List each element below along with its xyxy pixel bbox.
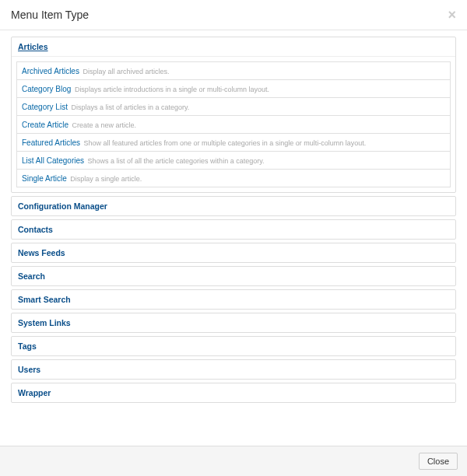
accordion-section: Tags: [11, 336, 456, 356]
accordion-section: News Feeds: [11, 243, 456, 263]
accordion-header[interactable]: Search: [12, 267, 455, 285]
accordion-header[interactable]: Configuration Manager: [12, 197, 455, 215]
menu-type-name: Single Article: [22, 174, 67, 183]
accordion-header[interactable]: Smart Search: [12, 290, 455, 309]
accordion-header[interactable]: Tags: [12, 337, 455, 355]
accordion-label[interactable]: Articles: [18, 42, 48, 51]
accordion-section: ArticlesArchived Articles Display all ar…: [11, 37, 456, 193]
menu-type-item[interactable]: Category List Displays a list of article…: [16, 97, 451, 115]
menu-type-desc: Show all featured articles from one or m…: [82, 139, 366, 147]
accordion-header[interactable]: Users: [12, 360, 455, 379]
accordion-label[interactable]: News Feeds: [18, 248, 65, 257]
accordion-body: Archived Articles Display all archived a…: [12, 57, 455, 192]
menu-type-name: Category List: [22, 103, 68, 111]
modal-title: Menu Item Type: [11, 9, 89, 21]
menu-type-item[interactable]: Category Blog Displays article introduct…: [16, 79, 451, 97]
menu-type-name: Category Blog: [22, 85, 71, 93]
modal-body: ArticlesArchived Articles Display all ar…: [0, 30, 467, 415]
menu-type-desc: Shows a list of all the article categori…: [86, 157, 264, 165]
accordion-header[interactable]: Contacts: [12, 220, 455, 239]
accordion-section: Smart Search: [11, 289, 456, 310]
accordion-label[interactable]: Users: [18, 365, 40, 374]
menu-type-desc: Display a single article.: [68, 175, 142, 183]
menu-type-item[interactable]: List All Categories Shows a list of all …: [16, 151, 451, 169]
menu-type-item[interactable]: Single Article Display a single article.: [16, 169, 451, 187]
menu-type-item[interactable]: Featured Articles Show all featured arti…: [16, 133, 451, 151]
accordion-label[interactable]: Wrapper: [18, 388, 51, 397]
close-icon[interactable]: ×: [448, 8, 456, 22]
accordion-label[interactable]: System Links: [18, 318, 71, 327]
accordion-section: Contacts: [11, 219, 456, 240]
accordion-header[interactable]: System Links: [12, 313, 455, 332]
menu-type-name: Archived Articles: [22, 67, 79, 75]
menu-type-item[interactable]: Archived Articles Display all archived a…: [16, 61, 451, 79]
menu-type-desc: Display all archived articles.: [81, 68, 170, 75]
menu-type-desc: Displays a list of articles in a categor…: [69, 103, 189, 111]
accordion-section: Users: [11, 359, 456, 380]
accordion-label[interactable]: Smart Search: [18, 295, 71, 304]
modal-header: Menu Item Type ×: [0, 0, 467, 30]
accordion-header[interactable]: Articles: [12, 37, 455, 57]
accordion-header[interactable]: Wrapper: [12, 383, 455, 402]
menu-type-desc: Displays article introductions in a sing…: [72, 86, 269, 93]
accordion-header[interactable]: News Feeds: [12, 243, 455, 262]
accordion-section: System Links: [11, 313, 456, 333]
accordion-label[interactable]: Search: [18, 271, 45, 281]
accordion-section: Wrapper: [11, 383, 456, 403]
menu-type-name: Featured Articles: [22, 138, 80, 147]
menu-type-accordion: ArticlesArchived Articles Display all ar…: [11, 37, 456, 403]
accordion-section: Search: [11, 266, 456, 286]
menu-type-name: List All Categories: [22, 156, 84, 165]
menu-type-item[interactable]: Create Article Create a new article.: [16, 115, 451, 133]
accordion-label[interactable]: Configuration Manager: [18, 201, 107, 211]
menu-type-name: Create Article: [22, 121, 68, 129]
menu-type-desc: Create a new article.: [70, 121, 136, 129]
accordion-label[interactable]: Contacts: [18, 225, 53, 234]
accordion-label[interactable]: Tags: [18, 341, 37, 351]
accordion-section: Configuration Manager: [11, 196, 456, 216]
